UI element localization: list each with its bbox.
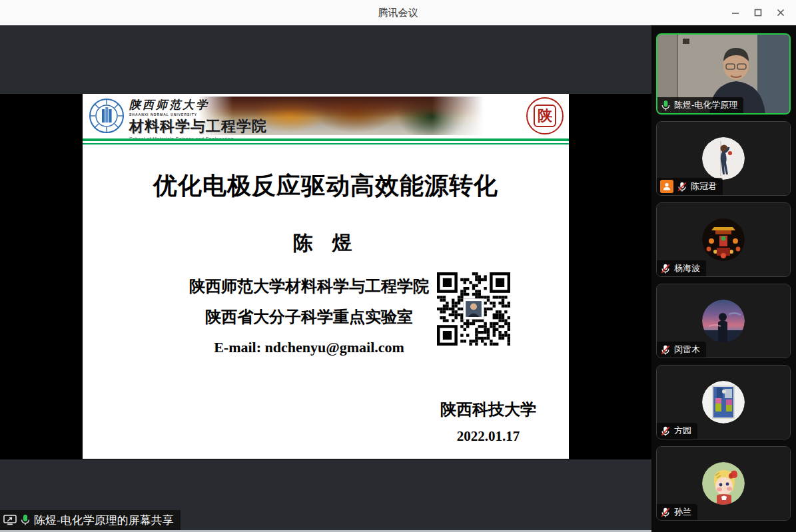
- maximize-icon: [753, 8, 763, 17]
- author-name: 陈 煜: [83, 230, 569, 257]
- venue-block: 陕西科技大学 2022.01.17: [422, 399, 555, 445]
- tencent-meeting-window: 腾讯会议: [0, 0, 796, 532]
- mic-on-icon: [661, 100, 671, 111]
- screen-share-status-banner: 陈煜-电化学原理的屏幕共享: [0, 510, 181, 530]
- participant-name: 孙兰: [674, 506, 691, 518]
- slide-date: 2022.01.17: [422, 428, 555, 445]
- participant-namebar: 方园: [657, 423, 697, 439]
- participant-name: 方园: [674, 425, 691, 437]
- participant-name: 闵雷木: [674, 344, 700, 356]
- shared-screen-view: 陕西师范大学 SHAANXI NORMAL UNIVERSITY 材料科学与工程…: [0, 25, 651, 532]
- mic-muted-icon: [660, 263, 671, 274]
- email-line: E-mail: ndchenyu@gmail.com: [169, 332, 449, 363]
- university-logo-icon: [89, 98, 125, 134]
- university-name-block: 陕西师范大学 SHAANXI NORMAL UNIVERSITY 材料科学与工程…: [129, 97, 329, 141]
- minimize-icon: [731, 8, 740, 17]
- participant-name: 杨海波: [674, 262, 700, 274]
- avatar: [702, 218, 745, 261]
- participant-name: 陈冠君: [691, 180, 717, 192]
- avatar: [702, 300, 745, 342]
- presentation-slide: 陕西师范大学 SHAANXI NORMAL UNIVERSITY 材料科学与工程…: [83, 94, 569, 459]
- participants-sidebar: 陈煜-电化学原理: [651, 25, 796, 532]
- affiliation-line-1: 陕西师范大学材料科学与工程学院: [169, 271, 449, 302]
- slide-header-banner: 陕西师范大学 SHAANXI NORMAL UNIVERSITY 材料科学与工程…: [87, 97, 565, 135]
- participant-namebar: 闵雷木: [657, 342, 706, 358]
- participant-namebar: 陈煜-电化学原理: [657, 97, 743, 113]
- slide-title: 优化电极反应驱动高效能源转化: [83, 170, 569, 202]
- screen-share-status-text: 陈煜-电化学原理的屏幕共享: [34, 513, 174, 528]
- participant-namebar: 孙兰: [657, 504, 697, 520]
- window-title: 腾讯会议: [378, 7, 418, 19]
- mic-muted-icon: [660, 344, 671, 356]
- window-titlebar[interactable]: 腾讯会议: [0, 0, 796, 25]
- maximize-button[interactable]: [747, 3, 769, 23]
- participant-tile[interactable]: 陈煜-电化学原理: [656, 33, 791, 115]
- participant-tile[interactable]: 陈冠君: [656, 121, 791, 196]
- qr-code: [437, 272, 510, 346]
- mic-muted-icon: [677, 181, 687, 192]
- avatar: [702, 137, 745, 180]
- participant-tile[interactable]: 孙兰: [656, 446, 791, 521]
- participant-tile[interactable]: 闵雷木: [656, 284, 791, 358]
- screen-share-icon: [3, 514, 17, 526]
- presenter-mic-icon: [20, 514, 31, 526]
- school-name-cn: 材料科学与工程学院: [129, 117, 329, 136]
- minimize-button[interactable]: [724, 3, 747, 23]
- header-divider: [83, 138, 569, 144]
- window-controls: [724, 0, 792, 25]
- participant-tile[interactable]: 杨海波: [656, 202, 791, 277]
- university-name-cn: 陕西师范大学: [129, 97, 329, 113]
- avatar: [702, 381, 745, 423]
- affiliation-block: 陕西师范大学材料科学与工程学院 陕西省大分子科学重点实验室 E-mail: nd…: [169, 271, 449, 363]
- close-icon: [776, 8, 785, 17]
- participant-namebar: 陈冠君: [657, 178, 723, 195]
- participant-namebar: 杨海波: [657, 260, 706, 276]
- mic-muted-icon: [660, 425, 671, 437]
- university-seal-icon: 陕: [526, 97, 564, 134]
- close-button[interactable]: [769, 3, 792, 23]
- member-badge-icon: [660, 180, 673, 193]
- venue-name: 陕西科技大学: [422, 399, 555, 420]
- affiliation-line-2: 陕西省大分子科学重点实验室: [169, 302, 449, 332]
- participant-name: 陈煜-电化学原理: [674, 99, 737, 111]
- participant-tile[interactable]: 方园: [656, 365, 791, 439]
- mic-muted-icon: [660, 507, 671, 518]
- avatar: [702, 462, 745, 505]
